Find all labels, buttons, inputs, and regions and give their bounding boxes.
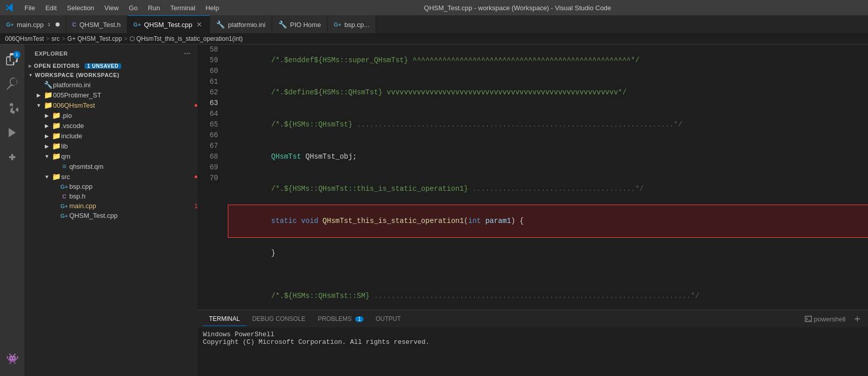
- tree-icon-qhsm-test-cpp: G+: [59, 213, 69, 219]
- menu-edit[interactable]: Edit: [41, 3, 61, 13]
- breadcrumb-sep-1: >: [46, 35, 49, 42]
- tree-item-qm[interactable]: ▼ 📁 qm: [24, 151, 198, 161]
- tree-arrow-pio: ▶: [43, 113, 51, 118]
- activity-icon-platformio[interactable]: 👾: [0, 346, 24, 371]
- menu-view[interactable]: View: [100, 3, 123, 13]
- svg-point-0: [10, 104, 13, 106]
- code-content[interactable]: /*.$enddef${HSMs::super_QHsmTst} ^^^^^^^…: [223, 44, 868, 310]
- tree-label-src: src: [61, 173, 192, 181]
- tab-icon-qhsm-test-h: C: [72, 21, 76, 28]
- tab-bsp-cpp[interactable]: G+ bsp.cp...: [328, 15, 376, 33]
- line-numbers: 58 59 60 61 62 63 64 65 66 67 68 69 70: [198, 44, 223, 310]
- terminal-content[interactable]: Windows PowerShell Copyright (C) Microso…: [198, 328, 868, 376]
- terminal-tab-debug-console[interactable]: DEBUG CONSOLE: [246, 312, 312, 326]
- line-num-67: 67: [198, 141, 218, 152]
- problems-badge: 1: [355, 316, 363, 322]
- line-num-64: 64: [198, 109, 218, 119]
- tree-item-006QHsmTest[interactable]: ▼ 📁 006QHsmTest ●: [24, 100, 198, 110]
- tab-modified-dot-main-cpp: [56, 22, 60, 27]
- tree-label-bsp-h: bsp.h: [69, 192, 198, 200]
- tree-item-platformio-ini[interactable]: 🔧 platformio.ini: [24, 80, 198, 90]
- tree-item-vscode[interactable]: ▶ 📁 .vscode: [24, 120, 198, 131]
- line-num-65: 65: [198, 119, 218, 130]
- tree-label-vscode: .vscode: [61, 122, 198, 130]
- add-icon: [854, 315, 861, 322]
- tab-pio-home[interactable]: 🔧 PIO Home: [272, 15, 328, 33]
- tab-icon-qhsm-test-cpp: G+: [134, 21, 141, 28]
- code-line-62: /*.${HSMs::QHsmTst::this_is_static_opera…: [228, 173, 868, 205]
- tree-label-lib: lib: [61, 142, 198, 150]
- code-line-60: /*.${HSMs::QHsmTst} ....................…: [228, 109, 868, 141]
- svg-point-1: [10, 110, 13, 113]
- tree-item-005Protimer[interactable]: ▶ 📁 005Protimer_ST: [24, 90, 198, 100]
- tree-item-bsp-h[interactable]: C bsp.h: [24, 191, 198, 201]
- tab-icon-platformio-ini: 🔧: [216, 20, 225, 29]
- tree-item-pio[interactable]: ▶ 📁 .pio: [24, 110, 198, 120]
- activity-bar: 1 👾: [0, 44, 24, 376]
- open-editors-header[interactable]: ▶ OPEN EDITORS 1 UNSAVED: [24, 61, 198, 70]
- powershell-selector[interactable]: powershell: [803, 314, 848, 324]
- tree-arrow-lib: ▶: [43, 143, 51, 149]
- tab-platformio-ini[interactable]: 🔧 platformio.ini: [210, 15, 272, 33]
- menu-run[interactable]: Run: [144, 3, 164, 13]
- tree-item-bsp-cpp[interactable]: G+ bsp.cpp: [24, 182, 198, 191]
- menu-selection[interactable]: Selection: [63, 3, 98, 13]
- menu-go[interactable]: Go: [125, 3, 142, 13]
- line-num-62: 62: [198, 87, 218, 98]
- menu-help[interactable]: Help: [201, 3, 223, 13]
- notification-badge: 1: [13, 51, 20, 58]
- line-num-70: 70: [198, 173, 218, 184]
- add-terminal-button[interactable]: [852, 314, 863, 323]
- tree-arrow-006QHsmTest: ▼: [35, 103, 43, 108]
- tree-arrow-vscode: ▶: [43, 123, 51, 129]
- sidebar-more-icon[interactable]: ···: [183, 48, 192, 59]
- tree-badge-src: ●: [194, 173, 198, 180]
- workspace-header[interactable]: ▼ WORKSPACE (WORKSPACE): [24, 70, 198, 80]
- tree-icon-005Protimer: 📁: [43, 91, 53, 99]
- tree-item-qhsmtst-qm[interactable]: ≡ qhsmtst.qm: [24, 161, 198, 171]
- activity-icon-explorer[interactable]: 1: [0, 47, 24, 71]
- tree-label-qhsm-test-cpp: QHSM_Test.cpp: [69, 212, 198, 219]
- tab-qhsm-test-cpp[interactable]: G+ QHSM_Test.cpp ✕: [127, 15, 211, 33]
- code-line-63: static void QHsmTst_this_is_static_opera…: [228, 205, 868, 237]
- tab-main-cpp[interactable]: G+ main.cpp 1: [0, 15, 66, 33]
- open-editors-section: ▶ OPEN EDITORS 1 UNSAVED: [24, 61, 198, 70]
- terminal-tab-terminal[interactable]: TERMINAL: [203, 312, 246, 326]
- terminal-tab-problems[interactable]: PROBLEMS 1: [311, 312, 370, 326]
- breadcrumb-part-4[interactable]: ⬡ QHsmTst_this_is_static_operation1(int): [129, 35, 243, 42]
- tree-icon-qhsmtst-qm: ≡: [59, 162, 69, 170]
- tree-icon-main-cpp: G+: [59, 203, 69, 209]
- terminal-tab-output[interactable]: OUTPUT: [370, 312, 407, 326]
- tree-arrow-005Protimer: ▶: [35, 92, 43, 98]
- tree-item-qhsm-test-cpp-sidebar[interactable]: G+ QHSM_Test.cpp: [24, 211, 198, 220]
- tree-item-src[interactable]: ▼ 📁 src ●: [24, 171, 198, 182]
- tree-label-pio: .pio: [61, 112, 198, 119]
- tree-icon-src: 📁: [51, 172, 61, 181]
- line-num-61: 61: [198, 77, 218, 87]
- tree-item-lib[interactable]: ▶ 📁 lib: [24, 141, 198, 151]
- terminal-tabs: TERMINAL DEBUG CONSOLE PROBLEMS 1 OUTPUT…: [198, 310, 868, 328]
- tree-icon-bsp-h: C: [59, 193, 69, 199]
- workspace-section: ▼ WORKSPACE (WORKSPACE) 🔧 platformio.ini…: [24, 70, 198, 220]
- menu-file[interactable]: File: [20, 3, 39, 13]
- tab-qhsm-test-h[interactable]: C QHSM_Test.h: [66, 15, 127, 33]
- breadcrumb-part-1[interactable]: 006QHsmTest: [5, 35, 44, 42]
- code-line-65: [228, 269, 868, 280]
- tree-item-include[interactable]: ▶ 📁 include: [24, 131, 198, 141]
- powershell-label: powershell: [814, 315, 846, 323]
- menu-bar: File Edit Selection View Go Run Terminal…: [20, 3, 223, 13]
- vscode-logo-icon: [5, 3, 14, 12]
- tree-icon-qm: 📁: [51, 152, 61, 160]
- breadcrumb-part-2[interactable]: src: [51, 35, 60, 42]
- breadcrumb-part-3[interactable]: G+ QHSM_Test.cpp: [67, 35, 122, 42]
- menu-terminal[interactable]: Terminal: [166, 3, 199, 13]
- tab-close-qhsm-test-cpp[interactable]: ✕: [195, 20, 203, 29]
- code-editor[interactable]: 58 59 60 61 62 63 64 65 66 67 68 69 70 /…: [198, 44, 868, 310]
- activity-icon-search[interactable]: [0, 71, 24, 96]
- activity-icon-run[interactable]: [0, 120, 24, 145]
- code-line-66: /*.${HSMs::QHsmTst::SM} ................…: [228, 280, 868, 310]
- tree-item-main-cpp[interactable]: G+ main.cpp 1: [24, 201, 198, 211]
- activity-icon-extensions[interactable]: [0, 145, 24, 169]
- activity-icon-source-control[interactable]: [0, 96, 24, 120]
- sidebar: EXPLORER ··· ▶ OPEN EDITORS 1 UNSAVED ▼ …: [24, 44, 198, 376]
